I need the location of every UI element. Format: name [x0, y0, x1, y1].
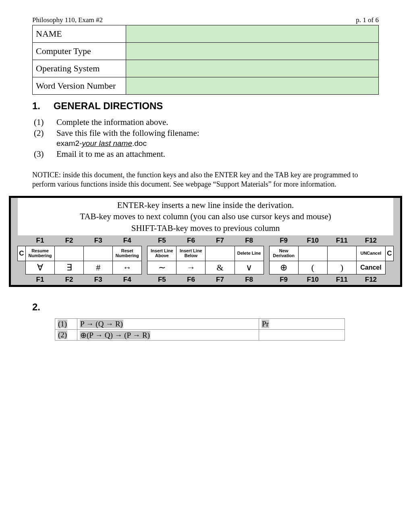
action-key: New Derivation: [269, 246, 298, 261]
action-key: Insert Line Below: [176, 246, 206, 261]
action-key: UNCancel: [356, 246, 385, 261]
info-label: Word Version Number: [33, 77, 126, 95]
fn-label: F10: [298, 235, 327, 246]
kb-side-right: [394, 198, 400, 285]
fn-label: F9: [269, 235, 298, 246]
derivation-table[interactable]: (1) P → (Q → R) Pr (2) ⊕(P → Q) → (P → R…: [55, 318, 345, 341]
direction-item: (3) Email it to me as an attachment.: [34, 149, 379, 159]
fn-label: F7: [206, 274, 235, 285]
symbol-key: ∀: [26, 261, 55, 274]
symbol-key: ↔: [113, 261, 142, 274]
justification-cell[interactable]: [259, 330, 345, 341]
header-left: Philosophy 110, Exam #2: [32, 16, 103, 24]
direction-item: (1) Complete the information above.: [34, 117, 379, 127]
symbol-key: →: [176, 261, 206, 274]
action-key: [206, 246, 235, 261]
kb-side-left: [11, 198, 17, 285]
item-number: (1): [34, 117, 56, 127]
section-title: GENERAL DIRECTIONS: [54, 100, 163, 111]
symbol-key: #: [84, 261, 113, 274]
derivation-row: (1) P → (Q → R) Pr: [55, 319, 345, 330]
fn-label: F10: [298, 274, 327, 285]
info-row-os: Operating System: [33, 60, 379, 77]
info-label: Operating System: [33, 60, 126, 77]
section-number: 1.: [32, 100, 51, 112]
fn-label: F5: [147, 274, 176, 285]
info-row-word-version: Word Version Number: [33, 77, 379, 95]
item-text: Save this file with the following filena…: [56, 128, 379, 148]
name-field[interactable]: [126, 25, 378, 43]
action-key: Insert Line Above: [147, 246, 176, 261]
symbol-key: &: [206, 261, 235, 274]
ctrl-key: C: [386, 246, 394, 261]
info-label: Computer Type: [33, 43, 126, 60]
item-number: (3): [34, 149, 56, 159]
fn-label: F7: [206, 235, 235, 246]
header-right: p. 1 of 6: [356, 16, 379, 24]
word-version-field[interactable]: [126, 77, 378, 95]
action-key: Delete Line: [235, 246, 264, 261]
os-field[interactable]: [126, 60, 378, 77]
symbol-key: ): [327, 261, 356, 274]
info-label: NAME: [33, 25, 126, 43]
fn-label: F8: [235, 235, 264, 246]
fn-label: F6: [176, 235, 206, 246]
fn-label: F3: [84, 235, 113, 246]
item-number: (2): [34, 128, 56, 148]
fn-label: F1: [26, 274, 55, 285]
section-2-heading: 2.: [32, 301, 379, 313]
kb-grid: F1 F2 F3 F4 F5 F6 F7 F8 F9 F10 F11 F12: [17, 235, 394, 285]
action-key: [298, 246, 327, 261]
action-key: [84, 246, 113, 261]
filename-pattern: exam2-your last name.doc: [56, 139, 147, 148]
ctrl-key: C: [18, 246, 26, 261]
info-row-name: NAME: [33, 25, 379, 43]
info-table: NAME Computer Type Operating System Word…: [32, 25, 379, 95]
derivation-row: (2) ⊕(P → Q) → (P → R): [55, 330, 345, 341]
notice-text: NOTICE: inside this document, the functi…: [32, 170, 379, 189]
fn-label: F8: [235, 274, 264, 285]
fn-label: F4: [113, 235, 142, 246]
symbol-key: ⊕: [269, 261, 298, 274]
fn-label: F11: [327, 235, 356, 246]
symbol-key: ∼: [147, 261, 176, 274]
fn-label: F12: [356, 235, 385, 246]
action-key: [55, 246, 84, 261]
cancel-key: Cancel: [356, 261, 385, 274]
justification-cell[interactable]: Pr: [259, 319, 345, 330]
fn-label: F1: [26, 235, 55, 246]
line-number: (1): [55, 319, 77, 330]
section-number: 2.: [32, 301, 51, 313]
keyboard-reference: ENTER-key inserts a new line inside the …: [9, 196, 402, 287]
info-row-computer-type: Computer Type: [33, 43, 379, 60]
page: Philosophy 110, Exam #2 p. 1 of 6 NAME C…: [0, 0, 411, 357]
fn-label: F12: [356, 274, 385, 285]
page-header: Philosophy 110, Exam #2 p. 1 of 6: [32, 16, 379, 24]
action-key: Reset Numbering: [113, 246, 142, 261]
kb-banner: ENTER-key inserts a new line inside the …: [17, 198, 394, 235]
fn-label: F6: [176, 274, 206, 285]
formula-cell[interactable]: P → (Q → R): [77, 319, 259, 330]
item-text: Email it to me as an attachment.: [56, 149, 379, 159]
fn-label: F2: [55, 274, 84, 285]
action-key: [327, 246, 356, 261]
symbol-key: ∨: [235, 261, 264, 274]
line-number: (2): [55, 330, 77, 341]
section-1-heading: 1. GENERAL DIRECTIONS: [32, 100, 379, 112]
item-text: Complete the information above.: [56, 117, 379, 127]
fn-label: F9: [269, 274, 298, 285]
fn-label: F11: [327, 274, 356, 285]
fn-label: F4: [113, 274, 142, 285]
symbol-key: ∃: [55, 261, 84, 274]
fn-label: F3: [84, 274, 113, 285]
fn-label: F5: [147, 235, 176, 246]
direction-item: (2) Save this file with the following fi…: [34, 128, 379, 148]
formula-cell[interactable]: ⊕(P → Q) → (P → R): [77, 330, 259, 341]
action-key: Resume Numbering: [26, 246, 55, 261]
directions-list: (1) Complete the information above. (2) …: [34, 117, 379, 159]
computer-type-field[interactable]: [126, 43, 378, 60]
fn-label: F2: [55, 235, 84, 246]
symbol-key: (: [298, 261, 327, 274]
